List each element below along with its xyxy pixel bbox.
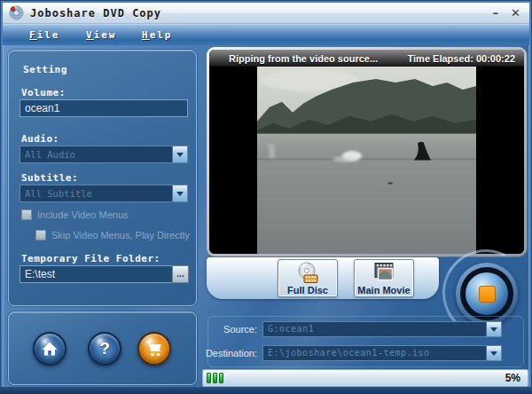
subtitle-select[interactable]: All Subtitle (20, 185, 188, 202)
window-title: Joboshare DVD Copy (30, 7, 161, 20)
disc-icon (296, 262, 319, 284)
dropdown-arrow-icon (486, 346, 501, 360)
stop-button-ring (460, 267, 513, 320)
buy-button[interactable] (137, 332, 171, 366)
volume-label: Volume: (21, 87, 66, 98)
checkbox-icon (35, 230, 46, 240)
close-button[interactable]: ✕ (511, 7, 520, 19)
toolbar-panel: ? (8, 311, 197, 385)
stop-button-face (466, 272, 508, 315)
minimize-button[interactable]: – (493, 7, 499, 19)
temp-folder-label: Temporary File Folder: (21, 253, 160, 264)
settings-heading: Setting (23, 64, 67, 75)
ripping-status-text: Ripping from the video source... (229, 53, 378, 64)
include-video-menus-label: Include Video Menus (37, 209, 129, 220)
dropdown-arrow-icon (486, 322, 501, 336)
destination-select[interactable]: E:\joboshare\ocean1-temp.iso (262, 345, 502, 361)
include-video-menus-checkbox[interactable]: Include Video Menus (21, 209, 129, 220)
film-icon (372, 262, 395, 284)
subtitle-select-value: All Subtitle (20, 185, 172, 201)
video-screen (209, 67, 524, 254)
dropdown-arrow-icon (172, 185, 187, 201)
destination-row: Destination: E:\joboshare\ocean1-temp.is… (204, 344, 502, 362)
home-icon (41, 341, 59, 357)
source-label: Source: (204, 324, 257, 335)
video-ocean-scene (257, 67, 476, 254)
app-window: Joboshare DVD Copy – ✕ File View Help Se… (0, 0, 532, 394)
menu-item-view[interactable]: View (86, 29, 117, 41)
settings-panel: Setting Volume: Audio: All Audio Subtitl… (8, 50, 197, 306)
menu-bar: File View Help (3, 24, 529, 45)
volume-input[interactable] (20, 99, 188, 117)
home-button[interactable] (33, 332, 66, 366)
stop-icon (479, 286, 496, 303)
source-row: Source: G:ocean1 (204, 320, 502, 338)
skip-video-menus-label: Skip Video Menus, Play Directly (51, 230, 190, 240)
audio-label: Audio: (21, 133, 59, 145)
audio-select[interactable]: All Audio (20, 146, 188, 163)
app-icon (9, 5, 24, 20)
help-button[interactable]: ? (88, 332, 121, 366)
full-disc-button[interactable]: Full Disc (278, 259, 338, 297)
audio-select-value: All Audio (20, 146, 172, 162)
status-bar: 5% (202, 369, 528, 387)
progress-percent: 5% (505, 372, 520, 384)
source-select-value: G:ocean1 (263, 322, 486, 336)
subtitle-label: Subtitle: (21, 172, 78, 184)
video-preview-frame: Ripping from the video source... Time El… (207, 47, 527, 256)
skip-video-menus-checkbox[interactable]: Skip Video Menus, Play Directly (35, 230, 190, 240)
question-mark-icon: ? (99, 339, 110, 359)
video-status-bar: Ripping from the video source... Time El… (209, 50, 524, 67)
progress-blocks (207, 373, 223, 383)
window-bottom-border (0, 387, 532, 394)
source-select[interactable]: G:ocean1 (262, 321, 502, 337)
window-controls: – ✕ (493, 7, 520, 19)
dropdown-arrow-icon (172, 146, 187, 162)
destination-label: Destination: (204, 348, 257, 359)
time-elapsed: Time Elapsed: 00:00:22 (408, 53, 515, 64)
temp-folder-input[interactable] (20, 265, 172, 283)
checkbox-icon (21, 209, 32, 220)
main-movie-label: Main Movie (357, 285, 410, 296)
cart-icon (145, 341, 163, 358)
video-preview: Ripping from the video source... Time El… (209, 50, 524, 254)
title-bar: Joboshare DVD Copy – ✕ (3, 3, 529, 24)
menu-item-file[interactable]: File (29, 29, 60, 41)
full-disc-label: Full Disc (287, 285, 328, 296)
destination-select-value: E:\joboshare\ocean1-temp.iso (263, 346, 486, 360)
mode-bar: Full Disc Main Movie (207, 257, 439, 299)
main-movie-button[interactable]: Main Movie (354, 259, 414, 297)
menu-item-help[interactable]: Help (142, 29, 173, 41)
browse-button[interactable]: ... (172, 265, 189, 283)
